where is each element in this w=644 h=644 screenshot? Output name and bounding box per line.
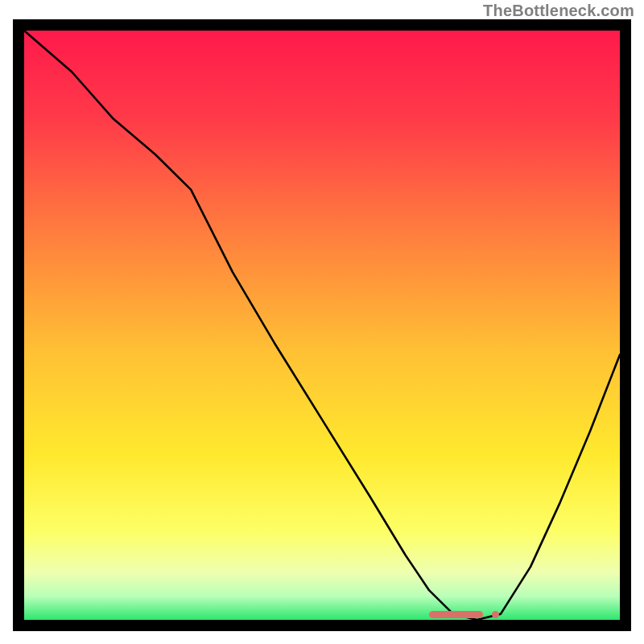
optimum-point-marker xyxy=(492,611,499,618)
plot-area xyxy=(24,31,620,620)
watermark-text: TheBottleneck.com xyxy=(483,2,634,20)
chart-frame xyxy=(13,19,631,631)
optimum-range-marker xyxy=(429,611,483,618)
chart-stage: TheBottleneck.com xyxy=(0,0,644,644)
bottleneck-curve xyxy=(24,31,620,620)
